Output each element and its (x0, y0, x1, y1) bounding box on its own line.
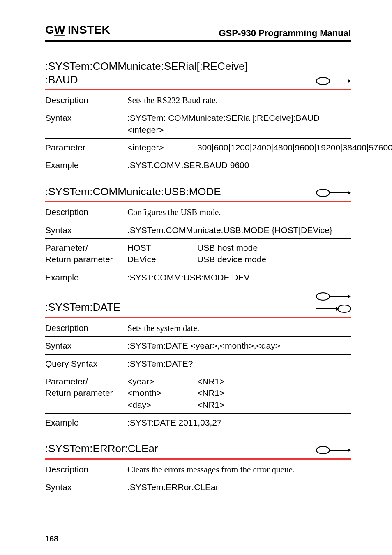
svg-marker-17 (348, 448, 351, 452)
row-query-syntax: Query Syntax :SYSTem:DATE? (45, 355, 351, 372)
row-description: Description Clears the errors messages f… (45, 460, 351, 478)
section-title-error-clear: :SYSTem:ERRor:CLEar (45, 442, 351, 458)
set-arrow-icon (316, 446, 351, 455)
section-title-baud: :SYSTem:COMMunicate:SERial[:RECeive] :BA… (45, 60, 351, 89)
svg-point-14 (338, 305, 351, 312)
row-syntax: Syntax :SYSTem:COMMunicate:USB:MODE {HOS… (45, 221, 351, 239)
query-arrow-icon (316, 304, 351, 313)
row-syntax: Syntax :SYSTem: COMMunicate:SERial[:RECe… (45, 109, 351, 139)
arrow-set (316, 292, 351, 314)
row-example: Example :SYST:COMM:USB:MODE DEV (45, 268, 351, 286)
logo: G W INSTEK (45, 24, 119, 36)
row-description: Description Sets the RS232 Baud rate. (45, 91, 351, 109)
svg-text:INSTEK: INSTEK (68, 24, 110, 36)
set-arrow-icon (316, 188, 351, 197)
row-syntax: Syntax :SYSTem:ERRor:CLEar (45, 478, 351, 495)
svg-marker-11 (348, 294, 351, 298)
svg-marker-5 (348, 79, 351, 83)
row-syntax: Syntax :SYSTem:DATE <year>,<month>,<day> (45, 337, 351, 354)
svg-text:W: W (54, 24, 65, 36)
row-example: Example :SYST:COMM:SER:BAUD 9600 (45, 156, 351, 174)
section-title-usb: :SYSTem:COMMunicate:USB:MODE (45, 185, 351, 201)
svg-text:G: G (45, 24, 54, 36)
set-arrow-icon (316, 292, 351, 301)
svg-marker-8 (348, 191, 351, 195)
doc-title: GSP-930 Programming Manual (219, 28, 351, 39)
arrow-set (316, 188, 351, 198)
arrow-set (316, 446, 351, 456)
page-header: G W INSTEK GSP-930 Programming Manual (45, 24, 351, 42)
svg-point-9 (316, 293, 330, 300)
row-example: Example :SYST:DATE 2011,03,27 (45, 414, 351, 431)
row-parameter: Parameter/ Return parameter HOST DEVice … (45, 239, 351, 268)
row-parameter: Parameter <integer> 300|600|1200|2400|48… (45, 139, 351, 156)
row-description: Description Sets the system date. (45, 319, 351, 337)
svg-point-15 (316, 446, 330, 454)
set-arrow-icon (316, 76, 351, 86)
arrow-set (316, 76, 351, 86)
svg-point-3 (316, 77, 330, 85)
page-number: 168 (45, 534, 58, 543)
row-description: Description Configures the USB mode. (45, 203, 351, 221)
svg-point-6 (316, 189, 330, 197)
row-parameter: Parameter/ Return parameter <year> <mont… (45, 372, 351, 414)
section-title-date: :SYSTem:DATE (45, 292, 351, 317)
